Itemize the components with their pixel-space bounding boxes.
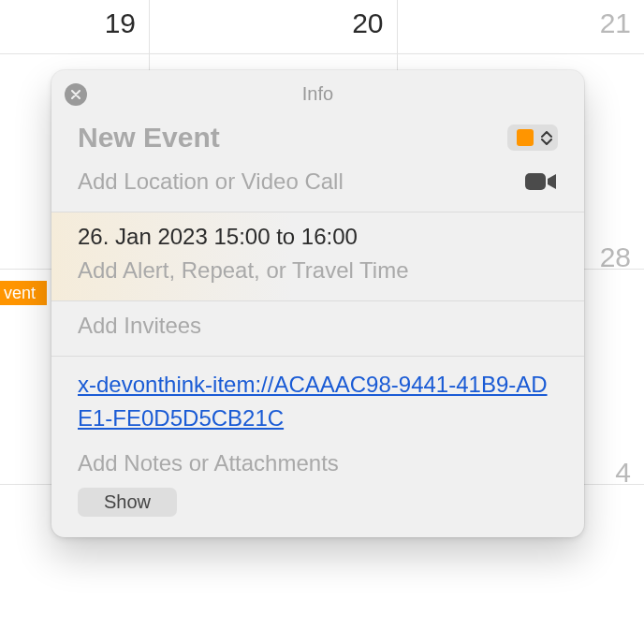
calendar-picker[interactable]	[507, 124, 558, 151]
calendar-day-cell[interactable]: 19	[0, 0, 150, 54]
popover-title: Info	[302, 83, 333, 104]
url-link[interactable]: x-devonthink-item://ACAAAC98-9441-41B9-A…	[78, 368, 558, 435]
notes-input[interactable]: Add Notes or Attachments	[78, 450, 558, 476]
close-icon	[71, 90, 80, 99]
event-info-popover: Info New Event Add Location or Video Cal…	[51, 70, 584, 537]
updown-chevron-icon	[541, 131, 552, 145]
datetime-field[interactable]: 26. Jan 2023 15:00 to 16:00	[78, 224, 558, 250]
svg-rect-0	[525, 173, 546, 190]
calendar-day-cell[interactable]: 20	[150, 0, 398, 54]
section-title-location: New Event Add Location or Video Call	[51, 110, 584, 212]
day-number: 20	[352, 7, 383, 38]
calendar-day-cell[interactable]: 21	[398, 0, 645, 54]
day-number: 4	[615, 457, 631, 489]
video-call-icon[interactable]	[524, 170, 558, 193]
calendar-event-chip[interactable]: vent	[0, 281, 47, 305]
day-number: 28	[600, 242, 631, 273]
event-chip-label: vent	[4, 284, 36, 302]
calendar-color-swatch	[517, 129, 534, 146]
section-notes-url: x-devonthink-item://ACAAAC98-9441-41B9-A…	[51, 357, 584, 537]
show-button-label: Show	[104, 491, 151, 512]
close-button[interactable]	[65, 83, 87, 106]
event-title-input[interactable]: New Event	[78, 122, 220, 154]
day-number: 21	[600, 7, 631, 38]
section-invitees: Add Invitees	[51, 301, 584, 357]
invitees-input[interactable]: Add Invitees	[78, 313, 558, 339]
location-input[interactable]: Add Location or Video Call	[78, 168, 344, 195]
popover-header: Info	[51, 70, 584, 110]
day-number: 19	[105, 7, 136, 38]
alert-repeat-field[interactable]: Add Alert, Repeat, or Travel Time	[78, 257, 558, 284]
section-datetime: 26. Jan 2023 15:00 to 16:00 Add Alert, R…	[51, 212, 584, 301]
show-button[interactable]: Show	[78, 488, 177, 517]
